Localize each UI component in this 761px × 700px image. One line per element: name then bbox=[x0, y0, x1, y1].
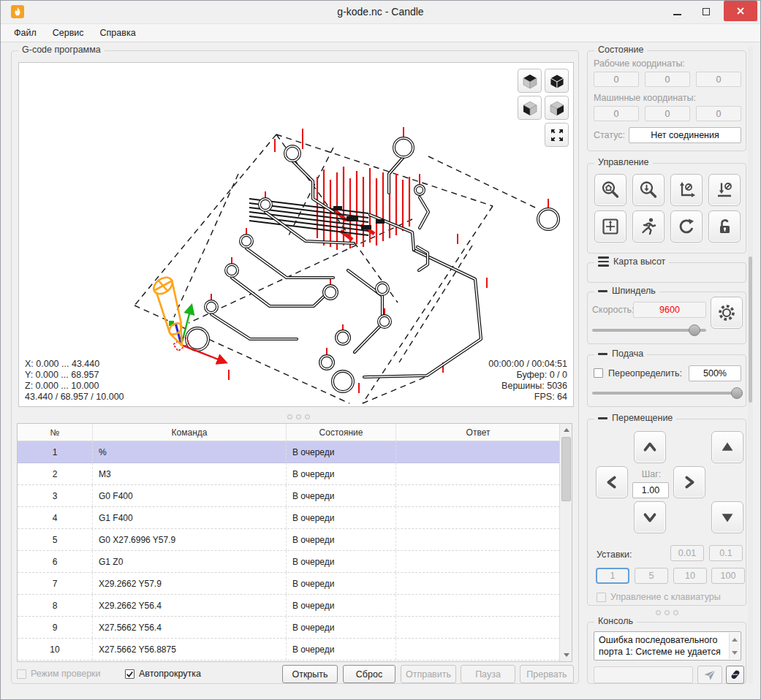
zero-xy-button[interactable] bbox=[670, 174, 703, 206]
collapse-icon[interactable] bbox=[598, 353, 607, 355]
header-state[interactable]: Состояние bbox=[287, 424, 396, 441]
render-info: 00:00:00 / 00:04:51 Буфер: 0 / 0 Вершины… bbox=[488, 359, 567, 403]
maximize-button[interactable] bbox=[694, 3, 719, 20]
table-row[interactable]: 7X29.2662 Y57.9В очереди bbox=[18, 573, 560, 595]
jog-x-plus-button[interactable] bbox=[673, 466, 705, 498]
jog-z-plus-button[interactable] bbox=[711, 431, 743, 463]
preset-100-button[interactable]: 100 bbox=[711, 568, 745, 584]
gcode-3d-viewer[interactable]: X: 0.000 ... 43.440 Y: 0.000 ... 68.957 … bbox=[18, 62, 574, 407]
zero-z-button[interactable] bbox=[708, 174, 741, 206]
send-button[interactable]: Отправить bbox=[401, 665, 456, 683]
feed-override-slider[interactable] bbox=[592, 387, 743, 399]
open-button[interactable]: Открыть bbox=[282, 665, 338, 683]
table-scrollbar-thumb[interactable] bbox=[561, 437, 571, 501]
check-run-button[interactable] bbox=[632, 210, 665, 243]
console-group-title: Консоль bbox=[594, 616, 637, 626]
table-scrollbar[interactable] bbox=[559, 424, 572, 661]
scroll-down-icon[interactable] bbox=[730, 647, 740, 658]
keyboard-control-checkbox[interactable] bbox=[597, 593, 606, 602]
search-probe-button[interactable] bbox=[632, 174, 665, 206]
work-coords-label: Рабочие координаты: bbox=[594, 58, 685, 69]
table-row[interactable]: 3G0 F400В очереди bbox=[18, 485, 560, 507]
check-mode-label: Режим проверки bbox=[31, 669, 101, 679]
table-row[interactable]: 6G1 Z0В очереди bbox=[18, 551, 560, 573]
unlock-button[interactable] bbox=[708, 210, 741, 243]
console-input[interactable] bbox=[594, 666, 693, 683]
reset-controller-button[interactable] bbox=[670, 210, 703, 243]
table-row[interactable]: 5G0 X27.6996 Y57.9В очереди bbox=[18, 529, 560, 551]
viewer-table-splitter[interactable] bbox=[287, 414, 310, 419]
header-command[interactable]: Команда bbox=[93, 424, 287, 441]
jog-y-minus-button[interactable] bbox=[634, 501, 666, 533]
preset-0_01-button[interactable]: 0.01 bbox=[670, 545, 704, 561]
control-group-title: Управление bbox=[594, 157, 653, 167]
spindle-speed-slider[interactable] bbox=[592, 324, 706, 336]
reset-button[interactable]: Сброс bbox=[343, 665, 395, 683]
console-scrollbar[interactable] bbox=[729, 633, 740, 659]
chevron-down-icon bbox=[640, 508, 659, 527]
jog-x-minus-button[interactable] bbox=[596, 466, 628, 498]
panel-scrollbar[interactable] bbox=[748, 46, 753, 684]
menu-file[interactable]: Файл bbox=[7, 25, 44, 41]
spindle-group: Шпиндель Скорость: 9600 bbox=[587, 292, 746, 344]
autoscroll-checkbox[interactable] bbox=[125, 669, 135, 679]
close-button[interactable] bbox=[724, 1, 757, 21]
console-log[interactable]: Ошибка последовательного порта 1: Систем… bbox=[594, 631, 741, 661]
spindle-toggle-button[interactable] bbox=[711, 297, 743, 329]
console-clear-button[interactable] bbox=[726, 666, 744, 684]
preset-10-button[interactable]: 10 bbox=[673, 568, 707, 584]
view-top-button[interactable] bbox=[518, 69, 542, 93]
jog-y-plus-button[interactable] bbox=[634, 431, 666, 463]
check-mode-checkbox[interactable] bbox=[17, 669, 26, 679]
scroll-up-icon[interactable] bbox=[730, 634, 740, 645]
spindle-slider-handle[interactable] bbox=[689, 324, 700, 336]
fit-view-button[interactable] bbox=[545, 123, 569, 147]
scroll-up-icon[interactable] bbox=[560, 424, 572, 436]
home-search-icon bbox=[600, 180, 621, 200]
step-field[interactable]: 1.00 bbox=[632, 482, 669, 498]
feed-slider-handle[interactable] bbox=[731, 387, 743, 399]
buffer-info: Буфер: 0 / 0 bbox=[488, 370, 567, 381]
preset-0_1-button[interactable]: 0.1 bbox=[709, 545, 743, 561]
status-value-field: Нет соединения bbox=[629, 127, 741, 143]
menu-help[interactable]: Справка bbox=[93, 25, 143, 41]
title-bar[interactable]: g-kode.nc - Candle bbox=[1, 1, 760, 23]
keyboard-control-label: Управление с клавиатуры bbox=[610, 592, 721, 602]
feed-override-checkbox[interactable] bbox=[594, 368, 603, 378]
view-side-button[interactable] bbox=[545, 96, 569, 120]
preset-1-button[interactable]: 1 bbox=[596, 568, 629, 584]
gcode-table[interactable]: № Команда Состояние Ответ 1%В очереди 2M… bbox=[17, 423, 572, 662]
table-row[interactable]: 1%В очереди bbox=[18, 441, 560, 463]
spindle-speed-field[interactable]: 9600 bbox=[633, 302, 706, 318]
table-row[interactable]: 2M3В очереди bbox=[18, 463, 560, 485]
table-row[interactable]: 9X27.5662 Y56.4В очереди bbox=[18, 617, 560, 639]
table-row[interactable]: 10X27.5662 Y56.8875В очереди bbox=[18, 639, 560, 661]
header-num[interactable]: № bbox=[18, 424, 93, 441]
abort-button[interactable]: Прервать bbox=[520, 665, 574, 683]
view-front-button[interactable] bbox=[518, 96, 542, 120]
feed-group-title: Подача bbox=[594, 349, 647, 359]
scroll-down-icon[interactable] bbox=[560, 649, 572, 661]
preset-5-button[interactable]: 5 bbox=[635, 568, 668, 584]
menu-icon[interactable] bbox=[598, 256, 609, 266]
table-row[interactable]: 4G1 F400В очереди bbox=[18, 507, 560, 529]
panel-console-splitter[interactable] bbox=[656, 610, 678, 615]
feed-override-field[interactable]: 500% bbox=[689, 365, 741, 381]
collapse-icon[interactable] bbox=[598, 417, 607, 419]
cube-right-icon bbox=[548, 99, 566, 117]
collapse-icon[interactable] bbox=[598, 290, 607, 292]
menu-service[interactable]: Сервис bbox=[45, 25, 91, 41]
restore-origin-button[interactable] bbox=[594, 210, 626, 243]
panel-scrollbar-thumb[interactable] bbox=[749, 256, 752, 403]
header-response[interactable]: Ответ bbox=[396, 424, 560, 441]
minimize-button[interactable] bbox=[665, 3, 689, 20]
time-estimate: 00:00:00 / 00:04:51 bbox=[488, 359, 567, 370]
zero-z-icon bbox=[714, 180, 735, 200]
search-home-button[interactable] bbox=[594, 174, 626, 206]
pause-button[interactable]: Пауза bbox=[461, 665, 515, 683]
unlock-icon bbox=[714, 216, 735, 237]
jog-z-minus-button[interactable] bbox=[711, 501, 743, 533]
table-row[interactable]: 8X29.2662 Y56.4В очереди bbox=[18, 595, 560, 617]
view-isometric-button[interactable] bbox=[545, 69, 569, 93]
console-send-button[interactable] bbox=[697, 666, 722, 684]
